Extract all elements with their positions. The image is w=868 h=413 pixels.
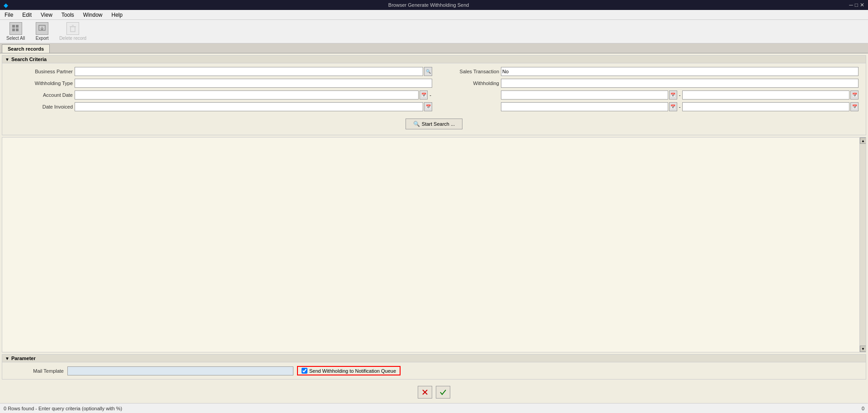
notification-checkbox-label[interactable]: Send Withholding to Notification Queue (297, 366, 401, 375)
search-criteria-label: Search Criteria (11, 57, 47, 62)
close-button[interactable]: ✕ (860, 2, 864, 8)
date-range1-dash: - (678, 92, 682, 98)
tab-bar: Search records (0, 43, 868, 53)
sales-transaction-label: Sales Transaction (436, 69, 499, 74)
date-range2-from-input[interactable] (501, 102, 668, 111)
account-date-label: Account Date (9, 92, 73, 98)
withholding-type-select[interactable] (75, 79, 432, 88)
menu-view[interactable]: View (38, 11, 55, 19)
date-invoiced-from-picker[interactable]: 📅 (424, 102, 432, 111)
date-range1-from-picker[interactable]: 📅 (669, 90, 677, 100)
mail-template-label: Mail Template (9, 368, 64, 374)
withholding-select[interactable] (501, 79, 859, 88)
date-range2-to-picker[interactable]: 📅 (850, 102, 859, 111)
withholding-type-label: Withholding Type (9, 81, 73, 86)
delete-icon (66, 22, 79, 35)
business-partner-wrap: 🔍 (75, 67, 432, 76)
export-label: Export (36, 36, 49, 41)
svg-rect-6 (71, 27, 75, 32)
start-search-label: Start Search ... (422, 121, 455, 127)
collapse-icon[interactable]: ▼ (5, 57, 9, 62)
toolbar: Select All Export Delete record (0, 20, 868, 43)
menu-bar: File Edit View Tools Window Help (0, 10, 868, 20)
criteria-grid: Business Partner 🔍 Withholding Type Acco… (2, 63, 866, 115)
account-date-wrap: 📅 - (75, 90, 432, 100)
business-partner-input[interactable] (75, 67, 423, 76)
date-range1-from-input[interactable] (501, 90, 668, 100)
export-button[interactable]: Export (31, 21, 53, 42)
menu-edit[interactable]: Edit (19, 11, 34, 19)
restore-button[interactable]: □ (855, 2, 858, 8)
app-icon: ◆ (4, 2, 8, 9)
sales-transaction-wrap: No Yes (501, 67, 859, 76)
account-date-dash: - (429, 92, 432, 98)
date-range1-to-picker[interactable]: 📅 (850, 90, 859, 100)
results-area: ▲ ▼ (2, 137, 866, 352)
select-all-icon (9, 22, 22, 35)
parameter-label: Parameter (11, 356, 36, 361)
withholding-row: Withholding (436, 79, 859, 88)
date-range1-wrap: 📅 - 📅 (501, 90, 859, 100)
status-message: 0 Rows found - Enter query criteria (opt… (4, 406, 122, 411)
delete-record-label: Delete record (59, 36, 86, 41)
withholding-type-wrap (75, 79, 432, 88)
select-all-label: Select All (6, 36, 25, 41)
parameter-collapse-icon[interactable]: ▼ (5, 356, 9, 361)
search-icon: 🔍 (413, 121, 420, 127)
cancel-icon (421, 389, 429, 396)
select-all-button[interactable]: Select All (4, 21, 28, 42)
business-partner-label: Business Partner (9, 69, 73, 74)
account-date-row: Account Date 📅 - (9, 90, 432, 100)
status-count: 0 (862, 406, 864, 411)
svg-rect-2 (12, 28, 15, 31)
account-date-from-input[interactable] (75, 90, 419, 100)
search-criteria-header: ▼ Search Criteria (2, 56, 866, 63)
scrollbar[interactable]: ▲ ▼ (859, 138, 866, 352)
account-date-from-picker[interactable]: 📅 (420, 90, 428, 100)
sales-transaction-row: Sales Transaction No Yes (436, 67, 859, 76)
date-range2-from-picker[interactable]: 📅 (669, 102, 677, 111)
date-range1-to-input[interactable] (682, 90, 849, 100)
menu-file[interactable]: File (2, 11, 16, 19)
start-search-button[interactable]: 🔍 Start Search ... (406, 119, 462, 129)
svg-rect-1 (16, 25, 19, 28)
withholding-wrap (501, 79, 859, 88)
menu-tools[interactable]: Tools (59, 11, 77, 19)
withholding-type-row: Withholding Type (9, 79, 432, 88)
confirm-icon (439, 389, 447, 396)
mail-template-select[interactable] (67, 366, 293, 375)
parameter-section: ▼ Parameter Mail Template Send Withholdi… (2, 354, 866, 380)
notification-checkbox[interactable] (302, 368, 307, 374)
svg-rect-0 (12, 25, 15, 28)
date-range2-dash: - (678, 104, 682, 109)
date-range2-row: 📅 - 📅 (436, 102, 859, 111)
svg-rect-3 (16, 28, 19, 31)
confirm-button[interactable] (436, 386, 450, 399)
minimize-button[interactable]: ─ (849, 2, 853, 8)
tab-search-records[interactable]: Search records (2, 44, 50, 53)
status-bar: 0 Rows found - Enter query criteria (opt… (0, 403, 868, 413)
notification-label: Send Withholding to Notification Queue (309, 368, 396, 374)
business-partner-picker-button[interactable]: 🔍 (424, 67, 432, 76)
date-invoiced-from-input[interactable] (75, 102, 423, 111)
criteria-left: Business Partner 🔍 Withholding Type Acco… (9, 67, 432, 111)
delete-record-button[interactable]: Delete record (57, 21, 89, 42)
menu-help[interactable]: Help (109, 11, 126, 19)
withholding-label: Withholding (436, 81, 499, 86)
scroll-up-button[interactable]: ▲ (860, 138, 866, 144)
window-controls[interactable]: ─ □ ✕ (849, 2, 864, 8)
date-range2-to-input[interactable] (682, 102, 849, 111)
date-invoiced-label: Date Invoiced (9, 104, 73, 109)
menu-window[interactable]: Window (80, 11, 105, 19)
search-criteria-section: ▼ Search Criteria Business Partner 🔍 Wit… (2, 55, 866, 135)
parameter-row: Mail Template Send Withholding to Notifi… (2, 362, 866, 379)
cancel-button[interactable] (418, 386, 432, 399)
business-partner-row: Business Partner 🔍 (9, 67, 432, 76)
action-row (0, 381, 868, 403)
criteria-right: Sales Transaction No Yes Withholding (436, 67, 859, 111)
sales-transaction-select[interactable]: No Yes (501, 67, 859, 76)
search-btn-row: 🔍 Start Search ... (2, 115, 866, 135)
date-invoiced-wrap: 📅 (75, 102, 432, 111)
scroll-down-button[interactable]: ▼ (860, 346, 866, 352)
export-icon (36, 22, 48, 35)
